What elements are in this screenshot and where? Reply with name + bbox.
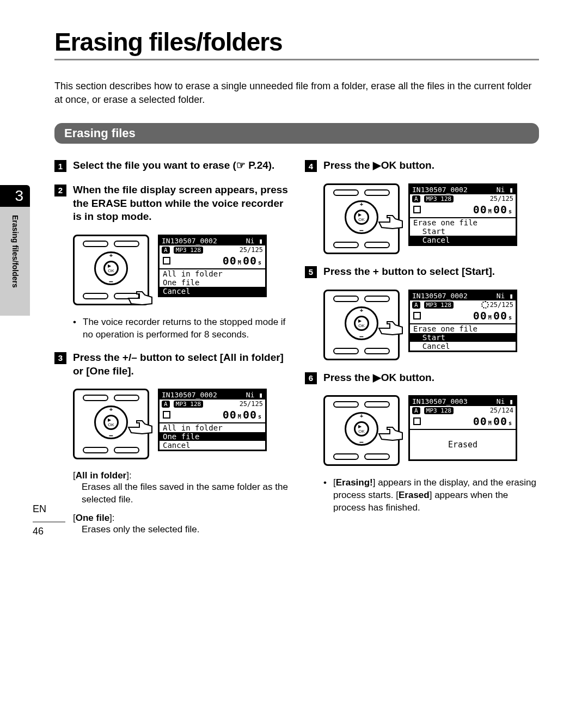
menu-item: One file (160, 278, 265, 287)
illustration-step-2: + ▶OK – IN130507_0002Ni ▮ A MP3 12825/12… (73, 235, 289, 305)
illustration-step-4: + ▶OK – IN130507_0002Ni ▮ A MP3 12825/12… (323, 183, 539, 254)
footer-rule (33, 521, 65, 523)
ok-button-icon: ▶OK (354, 421, 369, 437)
definition-one-file: [One file]: Erases only the selected fil… (73, 513, 289, 536)
menu-item-selected: Cancel (410, 236, 516, 244)
right-column: 4 Press the ▶OK button. + ▶OK – (305, 159, 539, 543)
step-text: Select the file you want to erase (☞ P.2… (73, 159, 289, 173)
step-2-note: • The voice recorder returns to the stop… (73, 316, 289, 341)
menu-item: All in folder (160, 423, 265, 432)
menu-item: Erase one file (410, 324, 516, 333)
step-text: Press the + button to select [Start]. (323, 265, 539, 279)
definition-all-in-folder: [All in folder]: Erases all the files sa… (73, 470, 289, 506)
hand-pointer-icon (126, 287, 153, 306)
device-diagram: + ▶OK – (73, 389, 149, 459)
step-text: Press the +/– button to select [All in f… (73, 351, 289, 378)
title-rule (54, 59, 539, 60)
step-6: 6 Press the ▶OK button. (305, 371, 539, 385)
menu-item: Cancel (160, 441, 265, 450)
hand-pointer-icon (376, 211, 403, 230)
hand-pointer-icon (376, 423, 403, 442)
menu-item: Start (410, 227, 516, 236)
step-number: 1 (54, 160, 66, 172)
page-footer: EN 46 (33, 503, 65, 537)
step-3: 3 Press the +/– button to select [All in… (54, 351, 289, 378)
section-heading: Erasing files (54, 123, 539, 144)
illustration-step-6: + ▶OK – IN130507_0003Ni ▮ A MP3 12825/12… (323, 395, 539, 466)
language-code: EN (33, 503, 65, 515)
menu-item: Cancel (410, 342, 516, 351)
device-diagram: + ▶OK – (73, 235, 149, 305)
menu-item: All in folder (160, 269, 265, 278)
page-number: 46 (33, 526, 65, 537)
ok-button-icon: ▶OK (103, 261, 119, 276)
loading-icon (481, 301, 489, 309)
hand-pointer-icon (126, 416, 153, 435)
lcd-screen: IN130507_0003Ni ▮ A MP3 12825/124 00M00s… (408, 395, 517, 461)
step-number: 2 (54, 185, 66, 196)
chapter-number-tab: 3 (0, 185, 30, 207)
illustration-step-3: + ▶OK – IN130507_0002Ni ▮ A MP3 12825/12… (73, 389, 289, 459)
lcd-screen: IN130507_0002Ni ▮ A MP3 12825/125 00M00s… (158, 389, 267, 451)
menu-item-selected: One file (160, 432, 265, 441)
device-diagram: + ▶OK – (323, 290, 400, 360)
device-diagram: + ▶OK – (323, 183, 400, 254)
step-1: 1 Select the file you want to erase (☞ P… (54, 159, 289, 173)
step-text: When the file display screen appears, pr… (73, 183, 289, 224)
step-number: 4 (305, 160, 317, 172)
hand-pointer-icon (376, 317, 403, 336)
lcd-screen: IN130507_0002Ni ▮ A MP3 12825/125 00M00s… (408, 183, 517, 246)
lcd-screen: IN130507_0002Ni ▮ A MP3 12825/125 00M00s… (158, 235, 267, 297)
ok-button-icon: ▶OK (354, 316, 369, 331)
step-text: Press the ▶OK button. (323, 371, 539, 385)
menu-item-selected: Start (410, 333, 516, 342)
step-number: 6 (305, 372, 317, 384)
step-number: 5 (305, 266, 317, 278)
step-text: Press the ▶OK button. (323, 159, 539, 173)
intro-text: This section describes how to erase a si… (54, 79, 539, 107)
step-6-note: • [Erasing!] appears in the display, and… (323, 477, 539, 514)
step-5: 5 Press the + button to select [Start]. (305, 265, 539, 279)
menu-item-selected: Cancel (160, 287, 265, 296)
ok-button-icon: ▶OK (103, 415, 119, 430)
menu-item: Erase one file (410, 218, 516, 227)
step-2: 2 When the file display screen appears, … (54, 183, 289, 224)
left-column: 1 Select the file you want to erase (☞ P… (54, 159, 289, 543)
step-4: 4 Press the ▶OK button. (305, 159, 539, 173)
step-number: 3 (54, 352, 66, 364)
erased-message: Erased (410, 430, 516, 459)
side-label: Erasing files/folders (0, 207, 30, 316)
illustration-step-5: + ▶OK – IN130507_0002Ni ▮ A MP3 12825/12… (323, 290, 539, 360)
page-title: Erasing files/folders (54, 27, 539, 57)
device-diagram: + ▶OK – (323, 395, 400, 466)
ok-button-icon: ▶OK (354, 210, 369, 225)
lcd-screen: IN130507_0002Ni ▮ A MP3 12825/125 00M00s… (408, 290, 517, 353)
